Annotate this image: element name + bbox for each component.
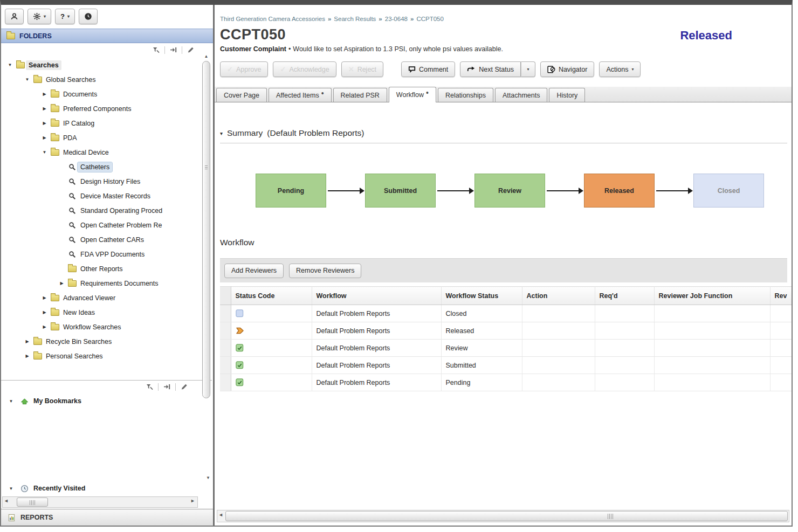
sidebar-item-catheters[interactable]: Catheters	[1, 160, 199, 174]
tab-related-psr[interactable]: Related PSR	[333, 88, 387, 102]
breadcrumb-link[interactable]: CCPT050	[416, 16, 444, 22]
chevron-down-icon[interactable]: ▼	[40, 150, 49, 155]
filter-icon[interactable]	[146, 383, 154, 391]
next-status-button[interactable]: Next Status	[460, 61, 521, 77]
row-selector[interactable]	[220, 340, 231, 357]
sidebar-item-fda-vpp-documents[interactable]: FDA VPP Documents	[1, 247, 199, 261]
sidebar-item-workflow-searches[interactable]: ▶Workflow Searches	[1, 320, 199, 334]
next-status-menu-button[interactable]: ▾	[521, 61, 535, 77]
row-selector[interactable]	[220, 305, 231, 322]
sidebar-item-advanced-viewer[interactable]: ▶Advanced Viewer	[1, 291, 199, 305]
chevron-down-icon[interactable]: ▼	[5, 63, 15, 67]
settings-menu-button[interactable]: ▾	[27, 9, 51, 24]
tab-cover-page[interactable]: Cover Page	[216, 88, 267, 102]
reports-panel-header[interactable]: REPORTS	[1, 509, 213, 526]
tab-history[interactable]: History	[549, 88, 585, 102]
chevron-down-icon[interactable]: ▼	[6, 486, 16, 491]
folders-panel-label: FOLDERS	[19, 32, 52, 40]
user-menu-button[interactable]	[5, 9, 24, 24]
scrollbar-thumb[interactable]	[225, 511, 788, 521]
sidebar-item-open-catheter-cars[interactable]: Open Catheter CARs	[1, 232, 199, 247]
sidebar-item-requirements-documents[interactable]: ▶Requirements Documents	[1, 276, 199, 291]
chevron-down-icon[interactable]: ▼	[6, 399, 16, 404]
chevron-right-icon[interactable]: ▶	[40, 92, 49, 96]
column-header-req-d[interactable]: Req'd	[595, 287, 654, 305]
sidebar-item-open-catheter-problem-re[interactable]: Open Catheter Problem Re	[1, 218, 199, 232]
column-header-workflow[interactable]: Workflow	[312, 287, 441, 305]
tab-workflow[interactable]: Workflow•	[389, 87, 436, 102]
chevron-right-icon[interactable]: ▶	[40, 310, 49, 315]
sidebar-item-global-searches[interactable]: ▼Global Searches	[1, 72, 199, 87]
column-header-workflow-status[interactable]: Workflow Status	[441, 287, 522, 305]
sidebar-item-searches[interactable]: ▼Searches	[1, 58, 199, 72]
summary-header[interactable]: ▾ Summary (Default Problem Reports)	[220, 128, 787, 143]
collapse-all-icon[interactable]	[163, 383, 171, 390]
sidebar-item-standard-operating-proced[interactable]: Standard Operating Proced	[1, 203, 199, 218]
chevron-right-icon[interactable]: ▶	[40, 121, 49, 126]
chevron-right-icon[interactable]: ▶	[40, 295, 49, 300]
cell-action	[522, 374, 595, 391]
sidebar-item-new-ideas[interactable]: ▶New Ideas	[1, 305, 199, 320]
tab-relationships[interactable]: Relationships	[438, 88, 493, 102]
session-button[interactable]	[79, 9, 98, 24]
sidebar-item-my-bookmarks[interactable]: ▼ My Bookmarks	[1, 393, 213, 409]
workflow-table-row[interactable]: Default Problem ReportsReleased	[220, 322, 792, 340]
edit-icon[interactable]	[187, 46, 195, 54]
remove-reviewers-button[interactable]: Remove Reviewers	[289, 264, 361, 278]
row-selector[interactable]	[220, 374, 231, 391]
chevron-right-icon[interactable]: ▶	[23, 354, 32, 358]
scroll-down-icon[interactable]: ▼	[206, 475, 210, 480]
filter-icon[interactable]	[152, 46, 160, 54]
sidebar-item-medical-device[interactable]: ▼Medical Device	[1, 145, 199, 160]
navigator-button[interactable]: Navigator	[540, 61, 595, 77]
sidebar-item-personal-searches[interactable]: ▶Personal Searches	[1, 349, 199, 363]
column-header-status-code[interactable]: Status Code	[231, 287, 312, 305]
chevron-right-icon[interactable]: ▶	[57, 281, 66, 286]
comment-button[interactable]: Comment	[401, 61, 455, 77]
collapse-all-icon[interactable]	[169, 46, 177, 53]
sidebar-item-documents[interactable]: ▶Documents	[1, 87, 199, 101]
chevron-right-icon[interactable]: ▶	[40, 106, 49, 111]
column-header-reviewer-job-function[interactable]: Reviewer Job Function	[654, 287, 770, 305]
row-selector[interactable]	[220, 357, 231, 374]
workflow-table-row[interactable]: Default Problem ReportsReview	[220, 340, 792, 357]
scroll-left-icon[interactable]: ◄	[4, 498, 9, 503]
scrollbar-thumb[interactable]	[202, 61, 210, 398]
chevron-right-icon[interactable]: ▶	[40, 135, 49, 140]
workflow-table-row[interactable]: Default Problem ReportsSubmitted	[220, 357, 792, 374]
chevron-down-icon[interactable]: ▼	[23, 77, 32, 82]
folders-panel-header[interactable]: FOLDERS	[1, 29, 213, 43]
column-header-action[interactable]: Action	[522, 287, 595, 305]
sidebar-item-design-history-files[interactable]: Design History Files	[1, 174, 199, 189]
sidebar-item-recycle-bin-searches[interactable]: ▶Recycle Bin Searches	[1, 334, 199, 349]
breadcrumb-link[interactable]: Third Generation Camera Accessories	[220, 16, 325, 22]
sidebar-item-ip-catalog[interactable]: ▶IP Catalog	[1, 116, 199, 130]
record-type-label: Customer Complaint	[220, 45, 286, 53]
sidebar-item-device-master-records[interactable]: Device Master Records	[1, 189, 199, 203]
workflow-table-row[interactable]: Default Problem ReportsPending	[220, 374, 792, 391]
tab-affected-items[interactable]: Affected Items•	[269, 88, 332, 102]
tab-attachments[interactable]: Attachments	[495, 88, 547, 102]
folder-icon	[49, 120, 60, 127]
sidebar-item-other-reports[interactable]: Other Reports	[1, 261, 199, 276]
column-header-rev[interactable]: Rev	[770, 287, 792, 305]
workflow-table-row[interactable]: Default Problem ReportsClosed	[220, 305, 792, 322]
sidebar-item-recently-visited[interactable]: ▼ Recently Visited	[1, 480, 213, 496]
sidebar-item-preferred-components[interactable]: ▶Preferred Components	[1, 101, 199, 116]
cell-workflow: Default Problem Reports	[312, 340, 441, 357]
edit-icon[interactable]	[180, 383, 188, 391]
scrollbar-thumb[interactable]	[17, 498, 48, 507]
chevron-right-icon[interactable]: ▶	[23, 339, 32, 344]
chevron-right-icon[interactable]: ▶	[40, 324, 49, 329]
sidebar-item-label: New Ideas	[60, 308, 98, 317]
add-reviewers-button[interactable]: Add Reviewers	[224, 264, 284, 278]
breadcrumb-link[interactable]: 23-0648	[385, 16, 408, 22]
scroll-up-icon[interactable]: ▲	[201, 52, 211, 60]
sidebar-item-pda[interactable]: ▶PDA	[1, 130, 199, 145]
scroll-left-icon[interactable]: ◄	[218, 512, 223, 517]
row-selector[interactable]	[220, 322, 231, 340]
scroll-right-icon[interactable]: ►	[190, 498, 195, 503]
breadcrumb-link[interactable]: Search Results	[334, 16, 376, 22]
actions-button[interactable]: Actions▾	[599, 61, 641, 77]
help-menu-button[interactable]: ? ▾	[55, 9, 75, 24]
